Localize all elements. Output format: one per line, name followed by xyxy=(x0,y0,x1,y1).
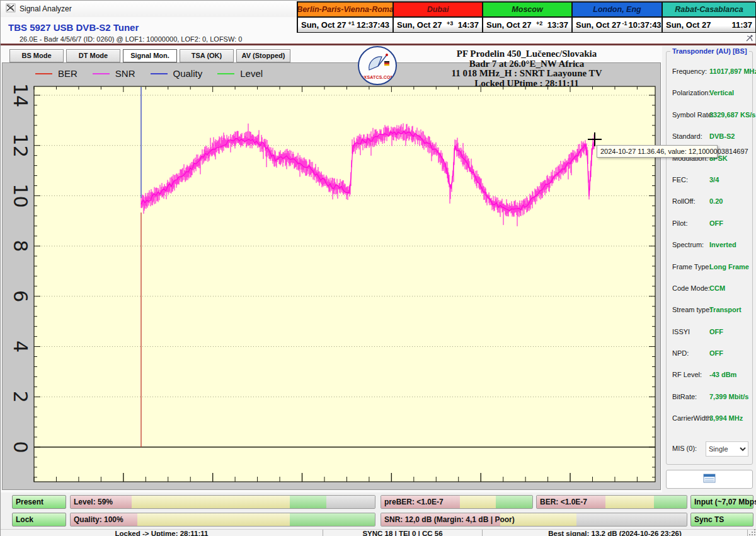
meter-segment-green xyxy=(290,513,375,526)
clock-date: Sun, Oct 27 xyxy=(576,20,621,30)
transponder-row-13: NPD:OFF xyxy=(667,344,752,365)
transponder-label: CarrierWidth: xyxy=(672,414,713,422)
meter-label: BER: <1.0E-7 xyxy=(540,496,587,509)
transponder-label: Spectrum: xyxy=(672,241,704,248)
chart-title-line4: Locked UPtime : 28:11:11 xyxy=(391,79,662,89)
transponder-value: Long Frame xyxy=(709,263,749,271)
toolbar-button-bs-mode[interactable]: BS Mode xyxy=(9,49,64,62)
transponder-label: Frame Type: xyxy=(672,263,711,271)
clock-hms: 10:37:43 xyxy=(629,20,662,30)
transponder-value: OFF xyxy=(709,219,723,227)
transponder-label: BitRate: xyxy=(672,393,697,400)
y-axis-label-10: 10 xyxy=(9,184,32,207)
quality-meter: Quality: 100% xyxy=(70,513,375,527)
dxsatcs-logo: DXSATCS.COM xyxy=(358,46,397,85)
clock-hms: 14:37 xyxy=(458,20,479,30)
clock-hms: 11:37 xyxy=(731,20,752,30)
resize-grip[interactable] xyxy=(748,530,756,536)
meter-segment-green xyxy=(496,496,532,508)
transponder-value: 3329,687 KS/s xyxy=(709,111,755,119)
transponder-row-2: Symbol Rate:3329,687 KS/s xyxy=(667,105,752,127)
transponder-value: OFF xyxy=(709,328,723,335)
chart-title-line1: PF Prodelin 450_Lučenec/Slovakia xyxy=(391,49,662,59)
meter-label: SNR: 12,0 dB (Margin: 4,1 dB | Poor) xyxy=(384,513,515,527)
clock-time-0: Sun, Oct 27+112:37:43 xyxy=(297,17,393,33)
clock-time-3: Sun, Oct 27-110:37:43 xyxy=(572,17,662,33)
transponder-label: Polarization: xyxy=(672,89,711,96)
value-tooltip: 2024-10-27 11.36.46, value: 12,100000381… xyxy=(597,145,718,158)
transponder-label: RF Level: xyxy=(672,371,702,378)
list-window-icon xyxy=(703,474,716,486)
transponder-value: Transport xyxy=(709,306,742,313)
y-axis-label-14: 14 xyxy=(9,83,32,107)
y-axis-label-12: 12 xyxy=(9,134,32,158)
meter-segment-yellow xyxy=(460,496,496,508)
present-indicator: Present xyxy=(12,495,66,509)
statusbar-sync: SYNC 18 | TEI 0 | CC 56 xyxy=(323,530,483,536)
transponder-value: DVB-S2 xyxy=(709,132,735,140)
meter-segment-green xyxy=(654,496,687,508)
statusbar-best-signal: Best signal: 13,2 dB (2024-10-26 23:26) xyxy=(483,530,748,536)
transponder-row-12: ISSYIOFF xyxy=(667,322,752,344)
window-title: Signal Analyzer xyxy=(20,4,72,13)
transponder-row-8: Spectrum:Inverted xyxy=(667,235,752,257)
transponder-row-11: Stream type:Transport xyxy=(667,300,752,322)
clock-date: Sun, Oct 27 xyxy=(486,20,532,30)
clock-time-4: Sun, Oct 2711:37 xyxy=(662,17,756,33)
world-clocks-panel: Berlin-Paris-Vienna-RomaDubaiMoscowLondo… xyxy=(297,1,755,33)
transponder-row-15: BitRate:7,399 Mbit/s xyxy=(667,387,752,409)
transponder-row-1: Polarization:Vertical xyxy=(667,83,752,105)
transponder-title: Transponder (AU) [BS] xyxy=(670,47,749,55)
toolbar-button-signal-mon-[interactable]: Signal Mon. xyxy=(123,49,177,62)
snapshot-button[interactable] xyxy=(666,470,753,489)
y-axis-label-0: 0 xyxy=(9,441,32,453)
clock-hms: 12:37:43 xyxy=(357,20,389,30)
toolbar-button-tsa-ok-[interactable]: TSA (OK) xyxy=(180,49,234,62)
y-axis-label-2: 2 xyxy=(9,391,32,403)
chart-title-line2: Badr 7 at 26.0°E_NW Africa xyxy=(391,59,662,69)
transponder-label: Standard: xyxy=(672,132,702,140)
transponder-row-10: Code Mode:CCM xyxy=(667,279,752,300)
meter-label: Quality: 100% xyxy=(74,513,123,527)
transponder-label: Stream type: xyxy=(672,306,711,313)
clock-time-1: Sun, Oct 27+314:37 xyxy=(393,17,483,33)
clock-utc-offset: -1 xyxy=(622,20,627,26)
toolbar-button-av-stopped-[interactable]: AV (Stopped) xyxy=(236,49,290,62)
transponder-label: Frequency: xyxy=(672,67,707,75)
snr-meter: SNR: 12,0 dB (Margin: 4,1 dB | Poor) xyxy=(381,513,687,527)
transponder-panel: Transponder (AU) [BS] Frequency:11017,89… xyxy=(662,46,756,495)
statusbar: Locked -> Uptime: 28:11:11 SYNC 18 | TEI… xyxy=(1,529,756,536)
meter-label: Level: 59% xyxy=(74,496,113,509)
clock-time-2: Sun, Oct 27+213:37 xyxy=(483,17,572,33)
mis-select[interactable]: Single xyxy=(706,441,748,457)
transponder-value: Vertical xyxy=(709,89,734,96)
preber-meter: preBER: <1.0E-7 xyxy=(381,495,533,509)
transponder-row-6: RollOff:0.20 xyxy=(667,192,752,213)
lock-indicator: Lock xyxy=(12,513,66,527)
clock-city-4: Rabat-Casablanca xyxy=(662,2,756,17)
clock-city-0: Berlin-Paris-Vienna-Roma xyxy=(297,2,393,17)
clock-city-1: Dubai xyxy=(393,2,483,17)
sync-ts-indicator: Sync TS xyxy=(690,513,753,527)
transponder-row-14: RF Level:-43 dBm xyxy=(667,365,752,387)
toolbar-button-dt-mode[interactable]: DT Mode xyxy=(66,49,120,62)
clock-city-3: London, Eng xyxy=(572,2,662,17)
clock-utc-offset: +3 xyxy=(447,20,453,26)
transponder-row-9: Frame Type:Long Frame xyxy=(667,257,752,279)
transponder-value: 3,994 MHz xyxy=(709,414,743,422)
transponder-value: OFF xyxy=(709,349,723,357)
clock-utc-offset: +2 xyxy=(536,20,542,26)
transponder-rows: Frequency:11017,897 MHzPolarization:Vert… xyxy=(667,62,752,431)
transponder-value: 11017,897 MHz xyxy=(709,67,756,75)
transponder-label: Symbol Rate: xyxy=(672,111,714,119)
clock-city-2: Moscow xyxy=(483,2,572,17)
transponder-label: ISSYI xyxy=(672,328,690,335)
clock-hms: 13:37 xyxy=(547,20,568,30)
snr-chart-canvas[interactable]: 02468101214 xyxy=(3,63,660,489)
transponder-groupbox: Transponder (AU) [BS] Frequency:11017,89… xyxy=(666,51,753,465)
signal-chart-panel[interactable]: BERSNRQualityLevel 02468101214 xyxy=(2,62,661,490)
signal-meters: Present Lock Level: 59% Quality: 100% pr… xyxy=(1,492,756,529)
statusbar-uptime: Locked -> Uptime: 28:11:11 xyxy=(1,530,323,536)
antenna-icon xyxy=(6,3,16,16)
mis-label: MIS (0): xyxy=(672,445,697,452)
